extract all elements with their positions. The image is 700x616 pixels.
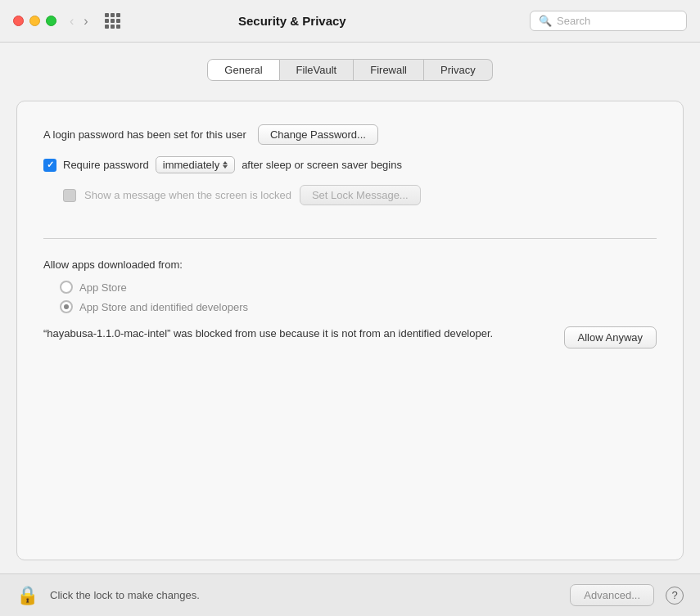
traffic-lights	[13, 16, 56, 26]
advanced-button[interactable]: Advanced...	[570, 584, 654, 606]
top-section: A login password has been set for this u…	[43, 124, 657, 230]
minimize-button[interactable]	[29, 16, 40, 26]
blocked-row: “hayabusa-1.1.0-mac-intel” was blocked f…	[43, 326, 657, 348]
content-area: A login password has been set for this u…	[16, 101, 684, 560]
change-password-button[interactable]: Change Password...	[258, 124, 378, 145]
bottom-bar: 🔒 Click the lock to make changes. Advanc…	[0, 573, 700, 616]
lock-label: Click the lock to make changes.	[50, 589, 558, 601]
allow-apps-label: Allow apps downloaded from:	[43, 259, 657, 271]
zoom-button[interactable]	[46, 16, 56, 26]
bottom-section: Allow apps downloaded from: App Store Ap…	[43, 259, 657, 348]
radio-app-store-label: App Store	[79, 281, 127, 294]
dropdown-arrow-icon	[223, 161, 228, 169]
search-box[interactable]: 🔍	[530, 11, 687, 31]
password-row: A login password has been set for this u…	[43, 124, 657, 145]
close-button[interactable]	[13, 16, 24, 26]
search-icon: 🔍	[539, 15, 552, 27]
after-sleep-label: after sleep or screen saver begins	[242, 159, 402, 171]
window-title: Security & Privacy	[65, 14, 520, 28]
require-password-checkbox[interactable]	[43, 159, 56, 172]
main-content: General FileVault Firewall Privacy A log…	[0, 43, 700, 573]
section-divider	[43, 238, 657, 239]
lock-message-row: Show a message when the screen is locked…	[63, 185, 657, 205]
require-password-label: Require password	[63, 159, 149, 171]
tab-bar: General FileVault Firewall Privacy	[16, 59, 684, 81]
blocked-text: “hayabusa-1.1.0-mac-intel” was blocked f…	[43, 326, 493, 341]
tab-filevault[interactable]: FileVault	[280, 59, 355, 81]
set-lock-message-button[interactable]: Set Lock Message...	[300, 185, 421, 205]
radio-app-store-identified-button[interactable]	[60, 300, 73, 313]
titlebar: ‹ › Security & Privacy 🔍	[0, 0, 700, 43]
help-button[interactable]: ?	[666, 587, 684, 605]
lock-icon[interactable]: 🔒	[16, 585, 38, 606]
show-message-label: Show a message when the screen is locked	[84, 189, 291, 201]
radio-group: App Store App Store and identified devel…	[60, 281, 657, 313]
require-password-row: Require password immediately after sleep…	[43, 156, 657, 173]
show-message-checkbox[interactable]	[63, 189, 76, 202]
password-timing-dropdown[interactable]: immediately	[156, 156, 235, 173]
allow-anyway-button[interactable]: Allow Anyway	[564, 326, 657, 348]
tab-firewall[interactable]: Firewall	[354, 59, 424, 81]
tab-privacy[interactable]: Privacy	[424, 59, 493, 81]
radio-app-store-identified-label: App Store and identified developers	[79, 301, 248, 313]
search-input[interactable]	[557, 15, 678, 27]
radio-app-store-row[interactable]: App Store	[60, 281, 657, 294]
password-set-label: A login password has been set for this u…	[43, 128, 246, 141]
radio-app-store-button[interactable]	[60, 281, 73, 294]
radio-app-store-identified-row[interactable]: App Store and identified developers	[60, 300, 657, 313]
dropdown-value: immediately	[163, 159, 219, 171]
tab-general[interactable]: General	[207, 59, 279, 81]
